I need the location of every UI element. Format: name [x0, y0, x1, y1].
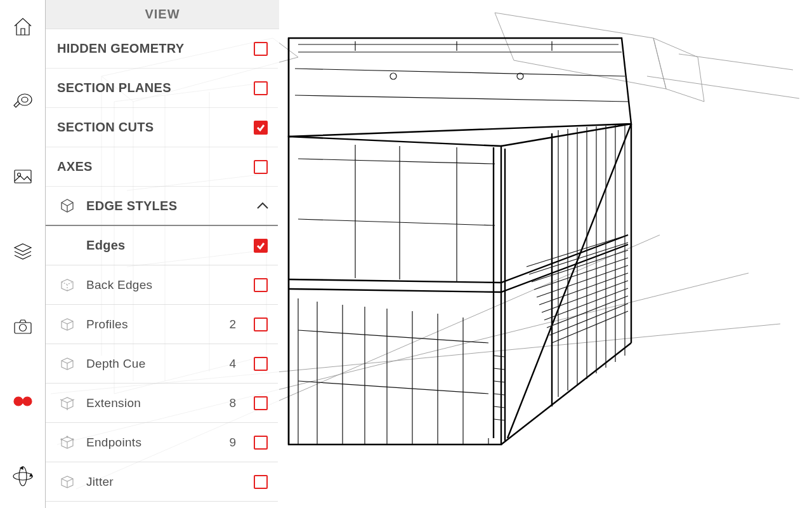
checkbox[interactable] [254, 42, 268, 56]
checkbox[interactable] [254, 160, 268, 174]
row-extension[interactable]: Extension 8 [46, 384, 278, 423]
row-value: 8 [226, 396, 236, 410]
row-edges[interactable]: Edges [46, 226, 278, 265]
checkbox[interactable] [254, 318, 268, 331]
rail-view-goggles[interactable] [10, 389, 36, 414]
cube-end-icon [57, 435, 77, 450]
row-section-planes[interactable]: SECTION PLANES [46, 69, 278, 108]
row-section-cuts[interactable]: SECTION CUTS [46, 108, 278, 147]
svg-point-4 [390, 73, 396, 79]
cube-icon [57, 197, 77, 214]
row-label: Edges [86, 238, 254, 253]
checkbox[interactable] [254, 278, 268, 292]
checkbox[interactable] [254, 396, 268, 410]
row-edge-styles-group[interactable]: EDGE STYLES [46, 187, 278, 226]
checkbox[interactable] [254, 239, 268, 253]
cube-back-icon [57, 277, 77, 293]
cube-icon [57, 474, 77, 490]
row-label: EDGE STYLES [86, 199, 254, 213]
row-profiles[interactable]: Profiles 2 [46, 305, 278, 344]
row-label: Depth Cue [86, 357, 226, 371]
view-panel-title: VIEW [46, 0, 279, 29]
checkbox[interactable] [254, 121, 268, 135]
svg-rect-8 [15, 170, 31, 183]
checkbox[interactable] [254, 475, 268, 489]
cube-ext-icon [57, 396, 77, 411]
row-label: Jitter [86, 475, 254, 489]
rail-camera[interactable] [10, 314, 36, 339]
row-endpoints[interactable]: Endpoints 9 [46, 423, 278, 462]
rail-tape-measure[interactable] [10, 89, 36, 114]
row-axes[interactable]: AXES [46, 147, 278, 187]
tool-rail [0, 0, 46, 508]
row-label: AXES [57, 159, 254, 174]
row-label: Extension [86, 396, 226, 410]
row-label: Endpoints [86, 436, 226, 450]
checkbox[interactable] [254, 357, 268, 371]
row-label: SECTION CUTS [57, 120, 254, 135]
svg-point-13 [23, 397, 32, 406]
rail-layers[interactable] [10, 239, 36, 264]
cube-icon [57, 356, 77, 371]
svg-point-11 [19, 324, 26, 331]
row-label: Profiles [86, 318, 226, 331]
svg-marker-2 [289, 38, 631, 137]
row-label: HIDDEN GEOMETRY [57, 41, 254, 56]
rail-orbit[interactable] [10, 464, 36, 489]
chevron-up-icon [254, 201, 272, 210]
rail-home[interactable] [10, 14, 36, 39]
rail-image[interactable] [10, 164, 36, 189]
svg-point-7 [22, 97, 28, 102]
cube-icon [57, 317, 77, 332]
row-back-edges[interactable]: Back Edges [46, 265, 278, 305]
row-label: Back Edges [86, 278, 254, 292]
svg-point-12 [14, 397, 23, 406]
row-label: SECTION PLANES [57, 81, 254, 95]
svg-marker-1 [653, 38, 704, 102]
svg-marker-0 [495, 13, 666, 89]
row-value: 9 [226, 436, 236, 450]
row-hidden-geometry[interactable]: HIDDEN GEOMETRY [46, 29, 278, 69]
row-depth-cue[interactable]: Depth Cue 4 [46, 344, 278, 384]
checkbox[interactable] [254, 81, 268, 95]
view-panel: VIEW HIDDEN GEOMETRY SECTION PLANES SECT… [46, 0, 279, 508]
row-value: 4 [226, 357, 236, 371]
checkbox[interactable] [254, 436, 268, 450]
row-value: 2 [226, 318, 236, 331]
row-jitter[interactable]: Jitter [46, 462, 278, 502]
